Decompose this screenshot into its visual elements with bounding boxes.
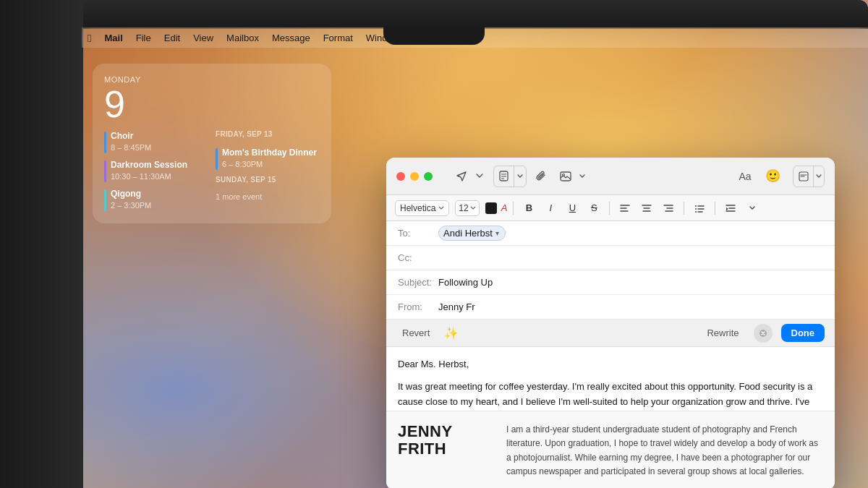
font-format-icon[interactable]: Aa xyxy=(735,166,755,187)
font-selector[interactable]: Helvetica xyxy=(395,200,449,216)
indent-icon[interactable] xyxy=(721,199,740,218)
rewrite-toolbar: Revert ✨ Rewrite Done xyxy=(386,320,835,347)
cal-col-right: FRIDAY, SEP 13 Mom's Birthday Dinner 6 –… xyxy=(216,130,320,212)
align-center-icon[interactable] xyxy=(637,199,656,218)
rewrite-cancel-icon[interactable] xyxy=(754,324,773,343)
cal-event-time-birthday: 6 – 8:30PM xyxy=(222,159,317,170)
font-size: 12 xyxy=(459,203,468,213)
menu-view[interactable]: View xyxy=(193,33,213,43)
cal-event-darkroom: Darkroom Session 10:30 – 11:30AM xyxy=(104,159,208,182)
cc-label: Cc: xyxy=(398,252,438,263)
photo-options-icon[interactable] xyxy=(577,166,587,187)
format-divider-2 xyxy=(609,202,610,215)
attachment-icon[interactable] xyxy=(531,166,551,187)
menu-mailbox[interactable]: Mailbox xyxy=(226,33,259,43)
cal-event-bar-choir xyxy=(104,132,106,153)
note-icon[interactable] xyxy=(494,166,514,187)
fullscreen-button[interactable] xyxy=(424,172,433,181)
sparkle-icon: ✨ xyxy=(444,326,459,340)
menu-format[interactable]: Format xyxy=(323,33,353,43)
indent-options-icon[interactable] xyxy=(743,199,762,218)
done-button[interactable]: Done xyxy=(781,324,825,342)
cc-field-row: Cc: xyxy=(386,246,835,270)
cal-event-time-qigong: 2 – 3:30PM xyxy=(111,200,151,211)
laptop-bezel-left xyxy=(0,0,83,488)
format-divider-1 xyxy=(513,202,514,215)
more-options-chevron[interactable] xyxy=(814,166,824,187)
subject-field-row: Subject: Following Up xyxy=(386,270,835,295)
cv-section: JENNY FRITH I am a third-year student un… xyxy=(386,411,835,488)
cv-name: JENNY FRITH xyxy=(398,423,492,479)
svg-point-18 xyxy=(695,211,697,213)
to-label: To: xyxy=(398,228,438,239)
menu-mail[interactable]: Mail xyxy=(104,33,122,43)
format-divider-4 xyxy=(715,202,715,215)
font-name: Helvetica xyxy=(400,203,435,213)
email-fields: To: Andi Herbst ▾ Cc: Subject: Following… xyxy=(386,221,835,320)
emoji-icon[interactable]: 🙂 xyxy=(762,166,783,187)
cal-event-time-choir: 8 – 8:45PM xyxy=(111,142,151,153)
align-right-icon[interactable] xyxy=(659,199,678,218)
recipient-name: Andi Herbst xyxy=(443,228,493,239)
list-icon[interactable] xyxy=(690,199,709,218)
email-body[interactable]: Dear Ms. Herbst, It was great meeting fo… xyxy=(386,347,835,411)
email-greeting: Dear Ms. Herbst, xyxy=(398,357,823,372)
cal-event-title-birthday: Mom's Birthday Dinner xyxy=(222,147,317,159)
cal-event-choir: Choir 8 – 8:45PM xyxy=(104,130,208,153)
text-color-icon: A xyxy=(501,202,508,213)
title-bar: Aa 🙂 xyxy=(386,158,835,195)
align-left-icon[interactable] xyxy=(616,199,634,218)
cal-event-info-qigong: Qigong 2 – 3:30PM xyxy=(111,188,151,211)
format-divider-3 xyxy=(684,202,684,215)
more-options-icon[interactable] xyxy=(793,166,814,187)
apple-menu[interactable]:  xyxy=(88,32,91,44)
from-label: From: xyxy=(398,301,438,312)
cal-event-time-darkroom: 10:30 – 11:30AM xyxy=(111,171,187,182)
email-paragraph: It was great meeting for coffee yesterda… xyxy=(398,380,823,411)
mail-compose-window: Aa 🙂 Helvetica 12 A B xyxy=(386,158,835,488)
recipient-dropdown-icon: ▾ xyxy=(495,229,499,237)
note-options-icon[interactable] xyxy=(514,166,526,187)
menu-edit[interactable]: Edit xyxy=(164,33,180,43)
traffic-lights xyxy=(396,172,433,181)
italic-button[interactable]: I xyxy=(541,199,560,218)
cal-event-info-choir: Choir 8 – 8:45PM xyxy=(111,130,151,153)
toolbar-icon-group xyxy=(493,166,527,187)
menu-file[interactable]: File xyxy=(136,33,151,43)
cal-event-bar-birthday xyxy=(216,148,218,170)
cal-event-bar-darkroom xyxy=(104,160,106,182)
from-value: Jenny Fr xyxy=(438,301,823,312)
strikethrough-button[interactable]: S xyxy=(584,199,603,218)
photo-icon[interactable] xyxy=(556,166,576,187)
title-bar-icons xyxy=(451,166,587,187)
cv-name-line2: FRITH xyxy=(398,440,492,458)
cal-event-birthday: Mom's Birthday Dinner 6 – 8:30PM xyxy=(216,147,320,170)
cal-event-title-darkroom: Darkroom Session xyxy=(111,159,187,171)
cal-header-friday: FRIDAY, SEP 13 xyxy=(216,130,320,138)
underline-button[interactable]: U xyxy=(563,199,582,218)
cal-event-info-birthday: Mom's Birthday Dinner 6 – 8:30PM xyxy=(222,147,317,170)
close-button[interactable] xyxy=(396,172,405,181)
from-field-row: From: Jenny Fr xyxy=(386,295,835,320)
cal-day-number: 9 xyxy=(104,85,320,123)
laptop-bezel-top xyxy=(0,0,868,29)
send-icon[interactable] xyxy=(451,166,472,187)
recipient-chip[interactable]: Andi Herbst ▾ xyxy=(438,226,506,241)
subject-value[interactable]: Following Up xyxy=(438,277,493,288)
bold-button[interactable]: B xyxy=(519,199,538,218)
send-options-icon[interactable] xyxy=(473,166,486,187)
cal-event-title-qigong: Qigong xyxy=(111,188,151,200)
cal-event-qigong: Qigong 2 – 3:30PM xyxy=(104,188,208,211)
cal-event-bar-qigong xyxy=(104,189,106,211)
cal-more-events: 1 more event xyxy=(216,192,320,201)
minimize-button[interactable] xyxy=(410,172,419,181)
subject-label: Subject: xyxy=(398,277,438,288)
rewrite-button[interactable]: Rewrite xyxy=(701,325,744,341)
revert-button[interactable]: Revert xyxy=(396,325,435,341)
to-field-row: To: Andi Herbst ▾ xyxy=(386,221,835,246)
screen-notch xyxy=(383,27,485,45)
text-color-swatch[interactable] xyxy=(485,202,497,214)
svg-point-16 xyxy=(695,205,697,207)
menu-message[interactable]: Message xyxy=(272,33,310,43)
font-size-selector[interactable]: 12 xyxy=(455,200,479,216)
